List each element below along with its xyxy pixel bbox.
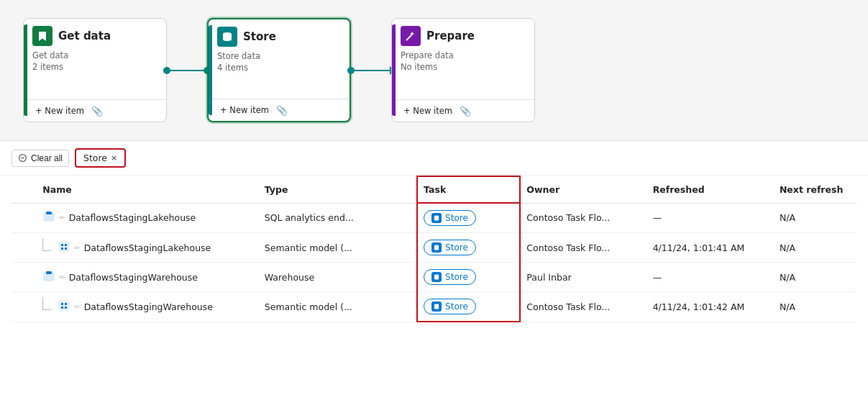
row-type: Semantic model (... [259, 292, 417, 322]
node-count-get-data: 2 items [24, 62, 166, 78]
row-type-icon [58, 240, 70, 255]
paperclip-icon-get-data[interactable]: 📎 [91, 106, 103, 117]
node-count-prepare: No items [392, 62, 534, 78]
node-footer-actions-prepare: + New item 📎 [401, 104, 471, 117]
paperclip-icon-store[interactable]: 📎 [276, 105, 288, 116]
row-task[interactable]: Store [417, 203, 520, 233]
task-badge-icon [431, 301, 442, 312]
row-type: Semantic model (... [259, 233, 417, 263]
task-badge-label: Store [445, 301, 468, 312]
clear-all-button[interactable]: Clear all [12, 150, 69, 167]
node-store[interactable]: Store Store data 4 items + New item 📎 [207, 18, 351, 122]
data-table-area: Name Type Task Owner Refreshed Next refr… [0, 176, 868, 322]
new-item-btn-prepare[interactable]: + New item [401, 104, 455, 117]
edit-icon: ✏ [59, 214, 65, 222]
row-refreshed: 4/11/24, 1:01:41 AM [647, 233, 774, 263]
row-icon-col [12, 233, 37, 263]
connector-line-2 [351, 70, 391, 71]
svg-rect-16 [61, 307, 63, 309]
node-footer-store: + New item 📎 [209, 99, 350, 121]
th-next-refresh: Next refresh [774, 176, 856, 203]
new-item-btn-store[interactable]: + New item [217, 104, 272, 117]
task-badge[interactable]: Store [424, 299, 476, 314]
table-header-row: Name Type Task Owner Refreshed Next refr… [12, 176, 856, 203]
row-task[interactable]: Store [417, 233, 520, 263]
th-icon [12, 176, 37, 203]
row-task[interactable]: Store [417, 263, 520, 292]
name-cell: ✏ DataflowsStagingLakehouse [37, 233, 259, 263]
th-owner: Owner [520, 176, 647, 203]
task-badge[interactable]: Store [424, 210, 476, 226]
filter-tag-label: Store [83, 153, 107, 163]
node-footer-get-data: + New item 📎 [24, 99, 166, 122]
row-next-refresh: N/A [774, 203, 856, 233]
task-badge-label: Store [445, 242, 468, 253]
edit-icon: ✏ [59, 273, 65, 281]
svg-rect-14 [59, 301, 69, 311]
node-subtitle-store: Store data [209, 51, 350, 63]
node-header-get-data: Get data [24, 19, 166, 50]
svg-rect-3 [46, 212, 52, 214]
node-icon-get-data [32, 26, 52, 46]
node-title-get-data: Get data [58, 29, 111, 42]
task-badge[interactable]: Store [424, 269, 476, 285]
svg-rect-9 [65, 248, 67, 250]
svg-rect-5 [59, 242, 69, 252]
row-type-icon [58, 299, 70, 314]
node-subtitle-get-data: Get data [24, 50, 166, 62]
row-type-icon [42, 270, 55, 285]
row-name: DataflowsStagingWarehouse [69, 272, 198, 283]
svg-rect-15 [61, 303, 63, 305]
row-task[interactable]: Store [417, 292, 520, 322]
filter-tag-close[interactable]: × [111, 153, 117, 163]
node-header-prepare: Prepare [392, 19, 534, 50]
node-accent-prepare [392, 24, 396, 116]
node-header-store: Store [209, 19, 350, 51]
filter-bar: Clear all Store × [0, 141, 868, 176]
row-owner: Contoso Task Flo... [520, 292, 647, 322]
row-type-icon [42, 210, 55, 225]
row-refreshed: — [647, 263, 774, 292]
node-footer-actions-store: + New item 📎 [217, 104, 288, 117]
svg-rect-6 [61, 244, 63, 246]
row-icon-col [12, 203, 37, 233]
th-type: Type [259, 176, 417, 203]
row-owner: Paul Inbar [520, 263, 647, 292]
row-owner: Contoso Task Flo... [520, 203, 647, 233]
node-count-store: 4 items [209, 63, 350, 78]
node-title-prepare: Prepare [426, 29, 475, 42]
node-accent-store [209, 25, 212, 115]
data-table: Name Type Task Owner Refreshed Next refr… [12, 176, 856, 322]
paperclip-icon-prepare[interactable]: 📎 [460, 106, 471, 117]
connector-2 [351, 70, 391, 71]
row-type: SQL analytics end... [259, 203, 417, 233]
node-prepare[interactable]: Prepare Prepare data No items + New item… [391, 18, 535, 122]
store-filter-tag[interactable]: Store × [75, 148, 126, 168]
edit-icon: ✏ [74, 303, 80, 311]
node-subtitle-prepare: Prepare data [392, 50, 534, 62]
row-name: DataflowsStagingLakehouse [84, 242, 211, 253]
svg-rect-7 [61, 248, 63, 250]
row-name: DataflowsStagingLakehouse [69, 212, 196, 223]
edit-icon: ✏ [74, 244, 80, 252]
svg-rect-17 [65, 303, 67, 305]
connector-line-1 [167, 70, 207, 71]
pipeline-nodes: Get data Get data 2 items + New item 📎 [23, 18, 535, 122]
new-item-btn-get-data[interactable]: + New item [32, 104, 87, 117]
node-accent-get-data [24, 24, 27, 116]
node-icon-prepare [401, 26, 421, 46]
node-icon-store [217, 27, 237, 47]
node-footer-prepare: + New item 📎 [392, 99, 534, 122]
table-row: ✏ DataflowsStagingWarehouse Semantic mod… [12, 292, 856, 322]
name-cell: ✏ DataflowsStagingWarehouse [37, 292, 259, 322]
node-get-data[interactable]: Get data Get data 2 items + New item 📎 [23, 18, 167, 122]
task-badge[interactable]: Store [424, 240, 476, 255]
pipeline-area: Get data Get data 2 items + New item 📎 [0, 0, 868, 140]
connector-1 [167, 70, 207, 71]
node-footer-actions-get-data: + New item 📎 [32, 104, 103, 117]
row-refreshed: — [647, 203, 774, 233]
task-badge-icon [431, 242, 442, 253]
row-next-refresh: N/A [774, 292, 856, 322]
row-owner: Contoso Task Flo... [520, 233, 647, 263]
row-name: DataflowsStagingWarehouse [84, 301, 213, 312]
